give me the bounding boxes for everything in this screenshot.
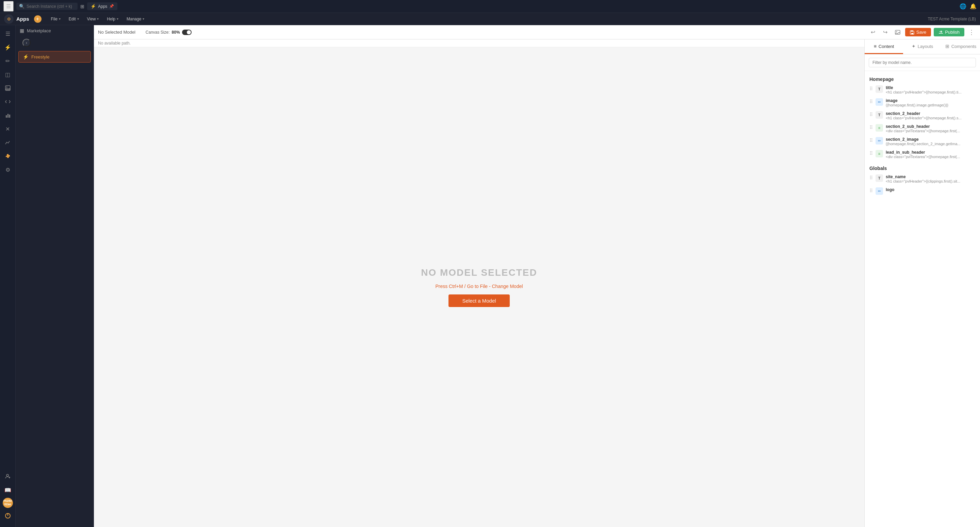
edit-menu[interactable]: Edit ▾ <box>65 13 83 25</box>
model-item-image[interactable]: ⠿ ✏ image {{homepage.first().image.getIm… <box>865 96 980 109</box>
sidebar-transform-icon[interactable]: ✕ <box>2 123 14 135</box>
search-icon: 🔍 <box>19 4 24 9</box>
icon-sidebar: ☰ ⚡ ✏ ◫ ✕ ⚙ 📖 #528e02ae <box>0 25 16 527</box>
model-icon-img: ✏ <box>875 98 883 106</box>
globe-icon[interactable]: 🌐 <box>959 3 966 10</box>
globals-section-header: Globals <box>865 163 980 172</box>
sidebar-settings-icon[interactable]: ⚙ <box>2 164 14 175</box>
sidebar-nav-icon[interactable]: ☰ <box>2 28 14 40</box>
left-panel: ▦ Marketplace ‹ ⚡ Freestyle <box>16 25 94 527</box>
model-name: lead_in_sub_header <box>886 150 975 155</box>
right-panel-search <box>865 54 980 71</box>
model-info: site_name <h1 class="pvlHeader">{{clippi… <box>886 175 975 183</box>
logo-avatar: ⊙ <box>4 14 14 24</box>
model-item-section2image[interactable]: ⠿ ✏ section_2_image {{homepage.first().s… <box>865 135 980 148</box>
top-bar: ☰ 🔍 ⊞ ⚡ Apps 📌 🌐 🔔 <box>0 0 980 13</box>
hamburger-button[interactable]: ☰ <box>3 1 14 11</box>
model-icon-img: ✏ <box>875 137 883 144</box>
sidebar-layers-icon[interactable]: ◫ <box>2 69 14 80</box>
sidebar-adduser-icon[interactable] <box>2 471 14 482</box>
model-filter-input[interactable] <box>869 58 976 67</box>
add-app-button[interactable]: + <box>34 15 41 23</box>
sidebar-book-icon[interactable]: 📖 <box>2 484 14 496</box>
sidebar-chart-bar-icon[interactable] <box>2 110 14 121</box>
model-item-section2header[interactable]: ⠿ T section_2_header <h1 class="pvlHeade… <box>865 109 980 122</box>
components-tab-label: Components <box>951 44 977 49</box>
manage-menu[interactable]: Manage ▾ <box>123 13 148 25</box>
model-info: lead_in_sub_header <div class="pvlTextar… <box>886 150 975 159</box>
model-item-title[interactable]: ⠿ T title <h1 class="pvlHeader">{{homepa… <box>865 83 980 96</box>
model-icon-div: ≡ <box>875 150 883 157</box>
help-menu[interactable]: Help ▾ <box>103 13 123 25</box>
sidebar-bottom: 📖 #528e02ae <box>2 471 14 524</box>
svg-rect-3 <box>8 114 8 117</box>
undo-button[interactable]: ↩ <box>869 27 878 37</box>
svg-point-1 <box>6 87 7 88</box>
model-item-sitename[interactable]: ⠿ T site_name <h1 class="pvlHeader">{{cl… <box>865 172 980 185</box>
model-info: section_2_image {{homepage.first().secti… <box>886 137 975 146</box>
view-chevron: ▾ <box>97 17 99 21</box>
model-item-logo[interactable]: ⠿ ✏ logo <box>865 185 980 197</box>
sidebar-chart-line-icon[interactable] <box>2 137 14 148</box>
marketplace-label: Marketplace <box>27 28 51 33</box>
select-model-button[interactable]: Select a Model <box>449 294 509 307</box>
ctrl-hint-text[interactable]: Press Ctrl+M / Go to File - Change Model <box>435 284 523 289</box>
homepage-section-header: Homepage <box>865 75 980 83</box>
drag-handle: ⠿ <box>869 137 873 143</box>
freestyle-icon: ⚡ <box>23 54 29 59</box>
sidebar-image-icon[interactable] <box>2 82 14 94</box>
sidebar-puzzle-icon[interactable] <box>2 150 14 162</box>
filter-icon[interactable]: ⊞ <box>80 4 84 9</box>
tab-components[interactable]: ⊞ Components <box>942 40 980 54</box>
model-name: section_2_sub_header <box>886 124 975 129</box>
logo-area: ⊙ Apps + <box>4 14 41 24</box>
tab-content[interactable]: ≡ Content <box>865 40 903 54</box>
overflow-menu-button[interactable]: ⋮ <box>967 27 976 37</box>
selected-model-label: No Selected Model <box>98 30 135 35</box>
collapse-panel-button[interactable]: ‹ <box>22 39 30 47</box>
user-avatar[interactable]: #528e02ae <box>3 498 13 508</box>
user-id: #528e02ae <box>3 500 12 506</box>
bell-icon[interactable]: 🔔 <box>970 3 977 10</box>
apps-tab[interactable]: ⚡ Apps 📌 <box>87 2 118 10</box>
model-info: section_2_sub_header <div class="pvlText… <box>886 124 975 133</box>
canvas-main: NO MODEL SELECTED Press Ctrl+M / Go to F… <box>94 47 864 527</box>
file-menu[interactable]: File ▾ <box>47 13 65 25</box>
sidebar-code-icon[interactable] <box>2 96 14 108</box>
freestyle-item[interactable]: ⚡ Freestyle <box>18 51 91 63</box>
search-input[interactable] <box>27 4 75 9</box>
sidebar-bolt-icon[interactable]: ⚡ <box>2 41 14 53</box>
freestyle-label: Freestyle <box>31 54 49 59</box>
drag-handle: ⠿ <box>869 111 873 117</box>
sidebar-power-icon[interactable] <box>2 510 14 522</box>
tab-layouts[interactable]: ✦ Layouts <box>903 40 942 54</box>
save-button[interactable]: Save <box>905 28 931 37</box>
model-name: section_2_header <box>886 111 975 116</box>
marketplace-item[interactable]: ▦ Marketplace <box>16 25 94 36</box>
model-icon-T: T <box>875 111 883 119</box>
publish-label: Publish <box>945 30 959 35</box>
model-item-leadinsubheader[interactable]: ⠿ ≡ lead_in_sub_header <div class="pvlTe… <box>865 148 980 161</box>
model-info: title <h1 class="pvlHeader">{{homepage.f… <box>886 85 975 94</box>
main-layout: ☰ ⚡ ✏ ◫ ✕ ⚙ 📖 #528e02ae <box>0 25 980 527</box>
image-placeholder-button[interactable] <box>893 27 902 37</box>
eye-toggle[interactable] <box>182 30 192 35</box>
svg-point-5 <box>6 474 8 476</box>
right-panel-tabs: ≡ Content ✦ Layouts ⊞ Components <box>865 40 980 54</box>
redo-button[interactable]: ↪ <box>881 27 890 37</box>
right-panel-content: Homepage ⠿ T title <h1 class="pvlHeader"… <box>865 71 980 527</box>
view-menu[interactable]: View ▾ <box>83 13 103 25</box>
apps-title: Apps <box>16 16 29 22</box>
svg-rect-12 <box>911 33 913 34</box>
svg-rect-2 <box>6 115 7 117</box>
pin-icon[interactable]: 📌 <box>109 4 114 8</box>
sidebar-pen-icon[interactable]: ✏ <box>2 55 14 67</box>
publish-button[interactable]: Publish <box>934 28 964 37</box>
eye-toggle-dot <box>187 30 191 34</box>
components-tab-icon: ⊞ <box>945 43 950 49</box>
model-code: {{homepage.first().section_2_image.getIm… <box>886 142 975 146</box>
model-icon-T: T <box>875 85 883 93</box>
svg-point-11 <box>896 31 897 32</box>
model-code: <div class="pvlTextarea">{{homepage.firs… <box>886 155 975 159</box>
model-item-section2subheader[interactable]: ⠿ ≡ section_2_sub_header <div class="pvl… <box>865 122 980 135</box>
